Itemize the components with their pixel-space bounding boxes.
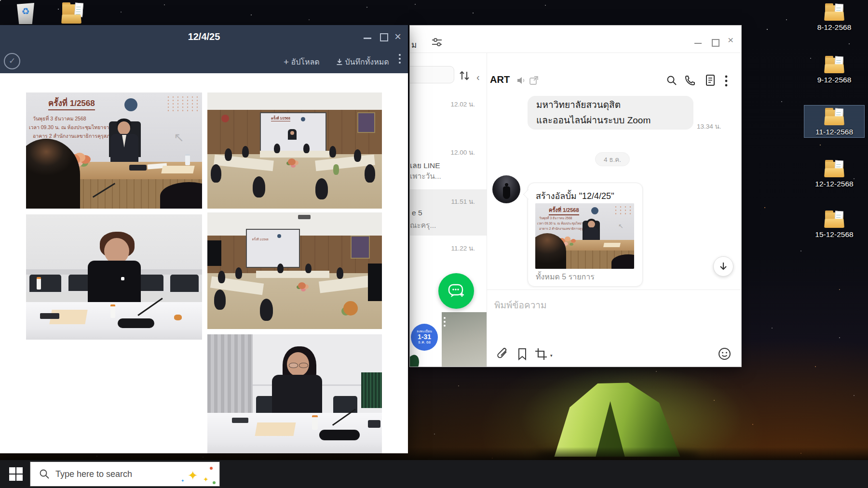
open-window-icon[interactable] bbox=[529, 76, 539, 85]
mute-speaker-icon bbox=[516, 76, 526, 85]
message-input[interactable]: พิมพ์ข้อความ bbox=[494, 298, 547, 312]
upload-button[interactable]: + อัปโหลด bbox=[284, 56, 320, 68]
chat-list-item-2[interactable]: 12.00 น. เลย LINE เพาะวัน... bbox=[410, 136, 487, 181]
folder-icon bbox=[824, 159, 845, 178]
side-monitor bbox=[207, 240, 221, 266]
line-main-window: ม × ‹ 12.02 น. 12.00 น. เลย LINE เพาะวัน… bbox=[409, 25, 742, 367]
ad-banner[interactable]: ลงทะเบียน 1-31 ธ.ค. 68 bbox=[410, 312, 487, 367]
chat-time: 12.02 น. bbox=[450, 99, 475, 109]
folder-label: 8-12-2568 bbox=[804, 23, 864, 32]
banner-menu-dots-icon[interactable] bbox=[444, 317, 446, 319]
desktop-folder-12-12-2568[interactable]: 12-12-2568 bbox=[804, 158, 864, 189]
dot-red bbox=[210, 467, 213, 470]
album-thumbnail-photo[interactable]: ครั้งที่ 1/2568 วันพุธที่ 3 ธันวาคม 2568… bbox=[535, 203, 634, 269]
album-item-count: ทั้งหมด 5 รายการ bbox=[536, 271, 595, 283]
desk-phone bbox=[129, 165, 147, 171]
minimize-button[interactable] bbox=[694, 43, 702, 44]
bookmark-icon[interactable] bbox=[517, 348, 527, 360]
more-menu-icon[interactable] bbox=[724, 75, 728, 87]
attendee bbox=[274, 144, 280, 153]
start-button-windows-icon[interactable] bbox=[9, 467, 23, 481]
slide-title: ครั้งที่ 1/2568 bbox=[48, 96, 95, 110]
name-plate bbox=[255, 422, 296, 436]
folder-icon bbox=[61, 2, 85, 24]
badge-line2: 1-31 bbox=[411, 333, 438, 341]
desktop-folder-8-12-2568[interactable]: 8-12-2568 bbox=[804, 1, 864, 33]
sparkle-icon: ✦ bbox=[188, 468, 198, 483]
select-photos-button[interactable]: ✓ bbox=[4, 53, 20, 69]
desktop-folder-9-12-2568[interactable]: 9-12-2568 bbox=[804, 53, 864, 85]
titlebar-text-fragment: ม bbox=[411, 38, 417, 51]
message-line2: และออนไลน์ผ่านระบบ Zoom bbox=[536, 113, 685, 128]
folder-label: 15-12-2568 bbox=[804, 230, 864, 239]
search-input[interactable] bbox=[409, 66, 454, 83]
folder-icon bbox=[824, 3, 845, 21]
search-icon[interactable] bbox=[666, 75, 678, 86]
line-titlebar bbox=[410, 26, 741, 53]
phone-call-icon[interactable] bbox=[684, 75, 696, 86]
name-plate bbox=[161, 166, 194, 173]
save-all-button[interactable]: บันทึกทั้งหมด bbox=[336, 56, 389, 68]
new-chat-button[interactable] bbox=[438, 273, 474, 309]
thumb-slide-title: ครั้งที่ 1/2568 bbox=[549, 206, 579, 215]
attendee bbox=[235, 267, 242, 279]
slide-arrow-decoration: ↖ bbox=[618, 223, 624, 230]
projection-screen: ครั้งที่ 1/2568 bbox=[260, 112, 326, 153]
album-photo-3[interactable] bbox=[26, 214, 202, 340]
chat-title: ART bbox=[490, 74, 510, 85]
attendee bbox=[277, 264, 284, 273]
collapse-list-icon[interactable]: ‹ bbox=[476, 72, 480, 83]
chair bbox=[170, 275, 198, 292]
capture-crop-icon[interactable] bbox=[535, 348, 547, 360]
taskbar: Type here to search ✦ ✦ ✦ P ☻ bbox=[0, 460, 868, 488]
chat-list-item-4[interactable]: 11.22 น. bbox=[410, 236, 487, 274]
album-photo-2[interactable]: ครั้งที่ 1/2568 bbox=[207, 92, 382, 209]
minimize-button[interactable] bbox=[364, 38, 371, 39]
microphone-base bbox=[118, 318, 154, 328]
desktop-folder-11-12-2568-selected[interactable]: 11-12-2568 bbox=[804, 106, 864, 137]
input-divider bbox=[487, 290, 742, 290]
crop-caret-icon[interactable]: ▾ bbox=[550, 353, 553, 358]
desktop-folder-topleft[interactable] bbox=[61, 2, 85, 24]
chat-list-item-3-selected[interactable]: 11.51 น. e 5 ณะครุ... bbox=[410, 189, 487, 236]
album-photo-1[interactable]: ครั้งที่ 1/2568 วันพุธที่ 3 ธันวาคม 2568… bbox=[26, 92, 202, 209]
wall-emblem bbox=[221, 115, 229, 122]
sort-icon[interactable] bbox=[458, 70, 471, 81]
album-photo-4[interactable]: ครั้งที่ 1/2568 bbox=[207, 212, 382, 329]
folder-label: 9-12-2568 bbox=[804, 76, 864, 84]
maximize-button[interactable] bbox=[380, 33, 388, 41]
contact-avatar[interactable] bbox=[492, 175, 520, 203]
attendee bbox=[214, 290, 226, 310]
album-title: 12/4/25 bbox=[0, 31, 408, 42]
attendee bbox=[365, 164, 375, 183]
emoji-icon[interactable] bbox=[718, 347, 731, 360]
plus-icon: + bbox=[284, 57, 289, 67]
sparkle-icon-blue: ✦ bbox=[181, 478, 185, 483]
slide-line: เวลา 09.30 น. ณ ห้องประชุมไทยาจารย์ bbox=[29, 123, 115, 132]
album-share-message[interactable]: สร้างอัลบั้ม "12/4/25" ครั้งที่ 1/2568 ว… bbox=[528, 183, 643, 287]
attendee bbox=[218, 271, 225, 283]
bubble-tail bbox=[523, 189, 533, 199]
line-album-window: 12/4/25 × ✓ + อัปโหลด บันทึกทั้งหมด ครั้… bbox=[0, 25, 408, 453]
notes-icon[interactable] bbox=[705, 74, 715, 86]
attendee bbox=[242, 146, 249, 158]
filter-sliders-icon[interactable] bbox=[431, 37, 443, 48]
maximize-button[interactable] bbox=[712, 39, 719, 47]
attach-file-icon[interactable] bbox=[496, 347, 509, 361]
date-divider: 4 ธ.ค. bbox=[595, 152, 630, 166]
album-photo-5[interactable] bbox=[207, 334, 382, 453]
close-button[interactable]: × bbox=[394, 30, 401, 43]
recycle-bin-icon[interactable]: ♻ bbox=[14, 1, 38, 25]
banner-image bbox=[442, 312, 487, 367]
water-bottle bbox=[312, 415, 318, 430]
scroll-to-bottom-button[interactable] bbox=[713, 256, 733, 277]
desktop-screen: ♻ 8-12-2568 9-12-2568 11-12-2568 12-12-2… bbox=[0, 0, 868, 488]
conference-table bbox=[256, 271, 329, 278]
desktop-folder-15-12-2568[interactable]: 15-12-2568 bbox=[804, 208, 864, 240]
slide-arrow-decoration: ↖ bbox=[174, 130, 184, 145]
taskbar-search-box[interactable]: Type here to search ✦ ✦ ✦ bbox=[30, 462, 220, 487]
album-more-menu-icon[interactable] bbox=[399, 54, 401, 56]
chat-list-item-1[interactable]: 12.02 น. bbox=[410, 88, 487, 126]
close-button[interactable]: × bbox=[728, 35, 733, 45]
chat-plus-icon bbox=[447, 282, 465, 300]
